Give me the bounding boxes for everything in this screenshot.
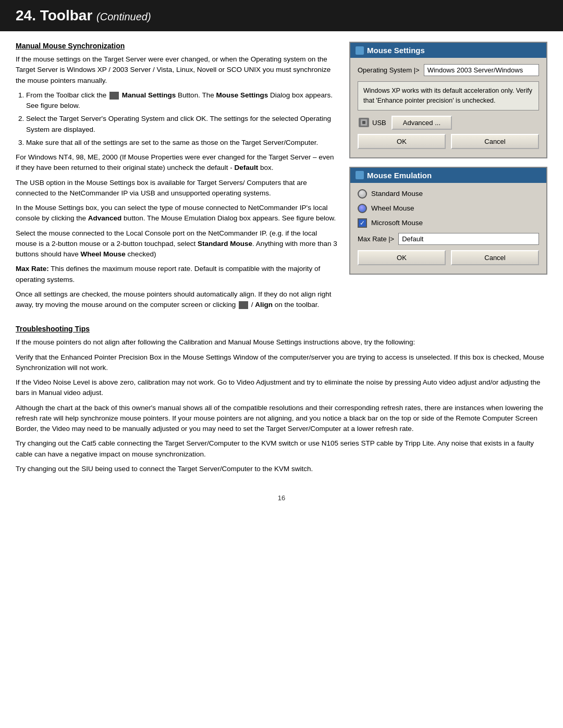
mouse-settings-icon bbox=[356, 46, 364, 55]
os-label: Operating System |> bbox=[358, 66, 420, 74]
align-para: Once all settings are checked, the mouse… bbox=[16, 289, 339, 311]
continued-label: (Continued) bbox=[96, 11, 151, 22]
main-content: Manual Mouse Synchronization If the mous… bbox=[0, 31, 563, 325]
align-icon bbox=[239, 301, 248, 309]
bottom-section: Troubleshooting Tips If the mouse pointe… bbox=[0, 325, 563, 489]
mouse-emulation-titlebar: Mouse Emulation bbox=[350, 168, 546, 183]
section1-title: Manual Mouse Synchronization bbox=[16, 42, 339, 50]
para2: For Windows NT4, 98, ME, 2000 (If Mouse … bbox=[16, 152, 339, 174]
mouse-emulation-title: Mouse Emulation bbox=[367, 171, 432, 180]
step-2: Select the Target Server's Operating Sys… bbox=[26, 114, 339, 135]
emulation-ok-button[interactable]: OK bbox=[358, 250, 446, 265]
settings-cancel-button[interactable]: Cancel bbox=[451, 134, 539, 149]
max-rate-label: Max Rate |> bbox=[358, 235, 394, 243]
right-column: Mouse Settings Operating System |> Windo… bbox=[349, 42, 547, 314]
wheel-mouse-radio[interactable] bbox=[358, 204, 367, 213]
mouse-settings-body: Operating System |> Windows 2003 Server/… bbox=[350, 58, 546, 157]
mouse-settings-dialog: Mouse Settings Operating System |> Windo… bbox=[349, 42, 547, 158]
troubleshooting-title: Troubleshooting Tips bbox=[16, 325, 547, 333]
step-1: From the Toolbar click the Manual Settin… bbox=[26, 90, 339, 112]
para5: Select the mouse connected to the Local … bbox=[16, 228, 339, 260]
usb-row: USB Advanced ... bbox=[358, 116, 539, 130]
para4: In the Mouse Settings box, you can selec… bbox=[16, 203, 339, 224]
trouble-para-1: Verify that the Enhanced Pointer Precisi… bbox=[16, 352, 547, 374]
trouble-para-4: Try changing out the Cat5 cable connecti… bbox=[16, 438, 547, 460]
manual-settings-icon bbox=[109, 92, 119, 100]
advanced-button[interactable]: Advanced ... bbox=[391, 116, 452, 130]
page-number: 16 bbox=[0, 489, 563, 507]
microsoft-mouse-label: Microsoft Mouse bbox=[371, 219, 423, 227]
trouble-para-3: Although the chart at the back of this o… bbox=[16, 403, 547, 435]
intro-para: If the mouse settings on the Target Serv… bbox=[16, 54, 339, 86]
max-rate-value[interactable]: Default bbox=[398, 233, 539, 245]
trouble-para-2: If the Video Noise Level is above zero, … bbox=[16, 377, 547, 399]
trouble-para-5: Try changing out the SIU being used to c… bbox=[16, 464, 547, 474]
info-box: Windows XP works with its default accele… bbox=[358, 81, 539, 110]
mouse-settings-titlebar: Mouse Settings bbox=[350, 43, 546, 58]
mouse-emulation-body: Standard Mouse Wheel Mouse ✓ Microsoft M… bbox=[350, 183, 546, 274]
emulation-cancel-button[interactable]: Cancel bbox=[451, 250, 539, 265]
step-3: Make sure that all of the settings are s… bbox=[26, 138, 339, 148]
wheel-mouse-label: Wheel Mouse bbox=[371, 204, 414, 212]
settings-button-row: OK Cancel bbox=[358, 134, 539, 149]
emulation-button-row: OK Cancel bbox=[358, 250, 539, 265]
standard-mouse-radio[interactable] bbox=[358, 189, 367, 199]
mouse-settings-title: Mouse Settings bbox=[367, 46, 425, 55]
steps-list: From the Toolbar click the Manual Settin… bbox=[16, 90, 339, 148]
wheel-mouse-row[interactable]: Wheel Mouse bbox=[358, 204, 539, 213]
trouble-para-0: If the mouse pointers do not align after… bbox=[16, 337, 547, 348]
usb-svg-icon bbox=[358, 117, 370, 128]
standard-mouse-label: Standard Mouse bbox=[371, 190, 423, 198]
microsoft-mouse-row[interactable]: ✓ Microsoft Mouse bbox=[358, 218, 539, 228]
os-value[interactable]: Windows 2003 Server/Windows bbox=[424, 64, 539, 76]
microsoft-mouse-checkbox[interactable]: ✓ bbox=[358, 218, 367, 228]
mouse-emulation-icon bbox=[356, 171, 364, 179]
page-title: 24. Toolbar (Continued) bbox=[16, 7, 151, 23]
standard-mouse-row[interactable]: Standard Mouse bbox=[358, 189, 539, 199]
step1-bold: Manual Settings bbox=[122, 91, 176, 99]
settings-ok-button[interactable]: OK bbox=[358, 134, 446, 149]
max-rate-row: Max Rate |> Default bbox=[358, 233, 539, 245]
max-rate-para: Max Rate: This defines the maximum mouse… bbox=[16, 264, 339, 285]
mouse-emulation-dialog: Mouse Emulation Standard Mouse Wheel Mou… bbox=[349, 167, 547, 275]
os-row: Operating System |> Windows 2003 Server/… bbox=[358, 64, 539, 76]
left-column: Manual Mouse Synchronization If the mous… bbox=[16, 42, 339, 314]
svg-rect-2 bbox=[362, 121, 365, 124]
page-header: 24. Toolbar (Continued) bbox=[0, 0, 563, 31]
usb-icon-label: USB bbox=[358, 117, 386, 128]
para3: The USB option in the Mouse Settings box… bbox=[16, 178, 339, 199]
